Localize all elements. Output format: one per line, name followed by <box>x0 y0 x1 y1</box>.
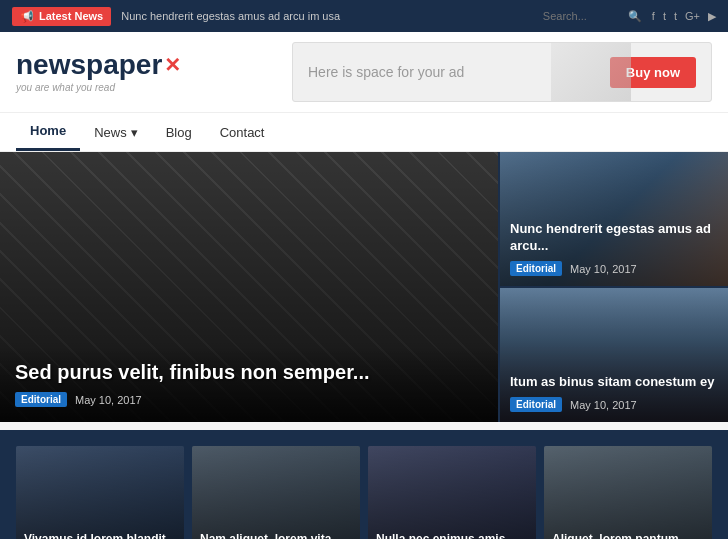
latest-news-badge: 📢 Latest News <box>12 7 111 26</box>
hero-side-top-badge[interactable]: Editorial <box>510 261 562 276</box>
hero-side-top[interactable]: Nunc hendrerit egestas amus ad arcu... E… <box>498 152 728 286</box>
latest-news-label: Latest News <box>39 10 103 22</box>
hero-side-bottom-title: Itum as binus sitam conestum ey <box>510 374 718 391</box>
search-icon[interactable]: 🔍 <box>628 10 642 23</box>
hero-section: Sed purus velit, finibus non semper... E… <box>0 152 728 422</box>
hero-main-date: May 10, 2017 <box>75 394 142 406</box>
logo-x: ✕ <box>164 55 181 75</box>
hero-side-top-meta: Editorial May 10, 2017 <box>510 261 718 276</box>
top-bar: 📢 Latest News Nunc hendrerit egestas amu… <box>0 0 728 32</box>
search-area[interactable]: 🔍 <box>543 10 642 23</box>
nav-item-contact[interactable]: Contact <box>206 115 279 150</box>
card-4[interactable]: Aliquet, lorem pantum. Editorial May 10,… <box>544 446 712 539</box>
card-4-title: Aliquet, lorem pantum. <box>552 532 704 539</box>
hero-main-badge[interactable]: Editorial <box>15 392 67 407</box>
tumblr-icon[interactable]: t <box>663 10 666 22</box>
hero-side-bottom-meta: Editorial May 10, 2017 <box>510 397 718 412</box>
ad-image <box>551 43 631 101</box>
megaphone-icon: 📢 <box>20 10 34 23</box>
card-1-title: Vivamus id lorem blandit <box>24 532 176 539</box>
nav-item-home[interactable]: Home <box>16 113 80 151</box>
googleplus-icon[interactable]: G+ <box>685 10 700 22</box>
nav-item-blog[interactable]: Blog <box>152 115 206 150</box>
logo[interactable]: newspaper✕ <box>16 51 181 79</box>
hero-side-bottom-badge[interactable]: Editorial <box>510 397 562 412</box>
card-3-overlay: Nulla nec enimus amis Editorial May 10, … <box>368 524 536 539</box>
card-2-title: Nam aliquet, lorem vita <box>200 532 352 539</box>
chevron-down-icon: ▾ <box>131 125 138 140</box>
card-1-overlay: Vivamus id lorem blandit Editorial May 1… <box>16 524 184 539</box>
search-input[interactable] <box>543 10 623 22</box>
card-1[interactable]: Vivamus id lorem blandit Editorial May 1… <box>16 446 184 539</box>
hero-side-bottom[interactable]: Itum as binus sitam conestum ey Editoria… <box>498 286 728 422</box>
logo-name: newspaper <box>16 51 162 79</box>
ad-banner: Here is space for your ad Buy now <box>292 42 712 102</box>
hero-main-overlay: Sed purus velit, finibus non semper... E… <box>0 346 498 422</box>
card-3[interactable]: Nulla nec enimus amis Editorial May 10, … <box>368 446 536 539</box>
social-icons: f t t G+ ▶ <box>652 10 716 23</box>
hero-side-bottom-date: May 10, 2017 <box>570 399 637 411</box>
hero-side-top-date: May 10, 2017 <box>570 263 637 275</box>
logo-area: newspaper✕ you are what you read <box>16 51 181 93</box>
twitter-icon[interactable]: t <box>674 10 677 22</box>
hero-side-bottom-overlay: Itum as binus sitam conestum ey Editoria… <box>500 364 728 422</box>
header: newspaper✕ you are what you read Here is… <box>0 32 728 113</box>
card-4-overlay: Aliquet, lorem pantum. Editorial May 10,… <box>544 524 712 539</box>
hero-side-top-overlay: Nunc hendrerit egestas amus ad arcu... E… <box>500 211 728 286</box>
youtube-icon[interactable]: ▶ <box>708 10 716 23</box>
card-3-title: Nulla nec enimus amis <box>376 532 528 539</box>
hero-side: Nunc hendrerit egestas amus ad arcu... E… <box>498 152 728 422</box>
hero-main-title: Sed purus velit, finibus non semper... <box>15 361 483 384</box>
hero-side-top-title: Nunc hendrerit egestas amus ad arcu... <box>510 221 718 255</box>
logo-subtitle: you are what you read <box>16 82 181 93</box>
card-2-overlay: Nam aliquet, lorem vita Editorial May 10… <box>192 524 360 539</box>
hero-main[interactable]: Sed purus velit, finibus non semper... E… <box>0 152 498 422</box>
ticker-text: Nunc hendrerit egestas amus ad arcu im u… <box>121 10 533 22</box>
hero-main-meta: Editorial May 10, 2017 <box>15 392 483 407</box>
cards-section: Vivamus id lorem blandit Editorial May 1… <box>0 430 728 539</box>
facebook-icon[interactable]: f <box>652 10 655 22</box>
card-2[interactable]: Nam aliquet, lorem vita Editorial May 10… <box>192 446 360 539</box>
nav-item-news[interactable]: News ▾ <box>80 115 152 150</box>
main-nav: Home News ▾ Blog Contact <box>0 113 728 152</box>
